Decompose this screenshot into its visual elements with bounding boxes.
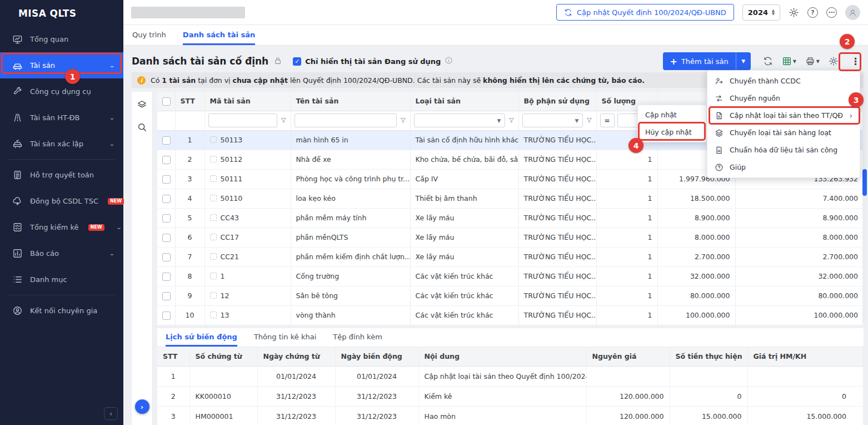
cell-content: Kiểm kê <box>418 386 586 406</box>
settings-button[interactable] <box>789 7 799 18</box>
row-checkbox[interactable] <box>162 136 171 145</box>
row-checkbox[interactable] <box>162 273 171 281</box>
table-settings-button[interactable] <box>829 56 839 66</box>
cell-doc-link[interactable]: KK000010 <box>189 386 257 406</box>
type-filter-select[interactable]: ▼ <box>414 113 505 127</box>
submenu-item-cap-nhat[interactable]: Cập nhật <box>638 106 706 123</box>
row-checkbox[interactable] <box>162 175 171 184</box>
menu-item-chuyen-thanh-ccdc[interactable]: Chuyển thành CCDC <box>707 72 860 90</box>
table-row[interactable]: 7 CC21 phần mềm kiểm định chất lượn... X… <box>157 247 864 266</box>
table-row[interactable]: 10 13 vòng thành Các vật kiến trúc khác … <box>157 305 864 325</box>
cell-stt: 10 <box>175 305 204 325</box>
history-header-row: STT Số chứng từ Ngày chứng từ Ngày biến … <box>157 347 864 366</box>
sidebar-item-ket-noi-chuyen-gia[interactable]: Kết nối chuyên gia <box>0 298 123 324</box>
menu-item-label: Chuyển thành CCDC <box>730 77 801 85</box>
column-header-name[interactable]: Tên tài sản <box>291 92 410 111</box>
warning-text-segment: Có <box>151 76 162 85</box>
help-icon[interactable]: ? <box>807 7 818 18</box>
row-checkbox[interactable] <box>162 292 171 300</box>
history-row[interactable]: 2 KK000010 31/12/2023 31/12/2023 Kiểm kê… <box>157 386 864 406</box>
add-asset-dropdown-button[interactable]: ▼ <box>736 52 751 70</box>
filter-icon[interactable] <box>586 117 593 124</box>
table-row[interactable]: 8 1 Cổng trường Các vật kiến trúc khác T… <box>157 266 864 286</box>
more-options-button[interactable]: ⋮ <box>847 56 864 67</box>
info-icon[interactable] <box>445 56 453 66</box>
menu-item-chuan-hoa-du-lieu[interactable]: Chuẩn hóa dữ liệu tài sản công <box>707 141 860 159</box>
update-decision-button[interactable]: Cập nhật Quyết định 100/2024/QĐ-UBND <box>556 4 734 21</box>
year-value: 2024 <box>748 8 768 17</box>
excel-export-button[interactable]: ▼ <box>782 56 796 66</box>
more-icon[interactable]: ⋯ <box>826 7 837 18</box>
column-header-dept[interactable]: Bộ phận sử dụng <box>518 92 596 111</box>
column-header-code[interactable]: Mã tài sản <box>204 92 291 111</box>
refresh-button[interactable] <box>763 56 773 66</box>
filter-icon[interactable] <box>400 117 407 124</box>
sidebar-item-tong-quan[interactable]: Tổng quan <box>0 26 123 52</box>
menu-item-giup[interactable]: Giúp <box>707 159 860 176</box>
chevron-down-icon: ▼ <box>741 58 745 64</box>
sidebar-collapse-button[interactable]: ‹ <box>104 407 118 420</box>
row-checkbox[interactable] <box>162 156 171 164</box>
submenu-item-huy-cap-nhat[interactable]: Hủy cập nhật <box>638 123 706 141</box>
column-header-type[interactable]: Loại tài sản <box>410 92 518 111</box>
tab-quy-trinh[interactable]: Quy trình <box>132 25 166 45</box>
sidebar-item-ho-tro-quyet-toan[interactable]: Hỗ trợ quyết toán <box>0 162 123 188</box>
menu-item-label: Chuyển loại tài sản hàng loạt <box>730 129 831 137</box>
spinner-arrows-icon[interactable]: ▲▼ <box>772 9 775 16</box>
cell-name: vòng thành <box>291 305 410 325</box>
table-row[interactable]: 5 CC43 phần mềm máy tính Xe lấy máu TRƯỜ… <box>157 208 864 228</box>
sidebar-item-cong-cu-dung-cu[interactable]: Công cụ dụng cụ <box>0 78 123 105</box>
expand-panel-button[interactable]: › <box>135 399 149 414</box>
search-icon[interactable] <box>137 122 147 132</box>
sidebar-item-bao-cao[interactable]: Báo cáo ⌄ <box>0 240 123 266</box>
table-row[interactable]: 9 12 Sân bê tông Các vật kiến trúc khác … <box>157 286 864 305</box>
name-filter-input[interactable] <box>295 113 397 127</box>
filter-icon[interactable] <box>280 117 287 124</box>
asset-code: 13 <box>221 311 230 319</box>
menu-item-chuyen-loai-hang-loat[interactable]: Chuyển loại tài sản hàng loạt <box>707 124 860 141</box>
history-row[interactable]: 1 01/01/2024 01/01/2024 Cập nhật loại tà… <box>157 366 864 386</box>
vertical-scrollbar[interactable] <box>862 92 867 325</box>
code-filter-input[interactable] <box>208 113 277 127</box>
layers-icon[interactable] <box>137 100 147 110</box>
sidebar-item-tong-kiem-ke[interactable]: Tổng kiểm kê NEW ⌄ <box>0 214 123 240</box>
row-checkbox[interactable] <box>162 195 171 203</box>
menu-item-chuyen-nguon[interactable]: Chuyển nguồn <box>707 90 860 107</box>
dept-filter-select[interactable]: ▼ <box>522 113 583 127</box>
avatar[interactable] <box>845 5 860 20</box>
sidebar-item-tai-san-xac-lap[interactable]: Tài sản xác lập ⌄ <box>0 131 123 157</box>
row-checkbox[interactable] <box>162 234 171 242</box>
tab-lich-su-bien-dong[interactable]: Lịch sử biến động <box>166 328 237 347</box>
menu-item-cap-nhat-loai-tai-san[interactable]: Cập nhật loại tài sản theo TT/QĐ › <box>707 107 860 124</box>
year-selector[interactable]: 2024 ▲▼ <box>742 4 780 21</box>
row-checkbox[interactable] <box>162 312 171 320</box>
sidebar-item-danh-muc[interactable]: Danh mục <box>0 266 123 293</box>
warning-text-segment: lên Quyết định 100/2024/QĐ-UBND. Các tài… <box>288 76 483 85</box>
tab-danh-sach-tai-san[interactable]: Danh sách tài sản <box>183 25 255 45</box>
qty-filter-operator[interactable]: = <box>600 113 615 127</box>
select-all-checkbox[interactable] <box>162 97 171 106</box>
expert-icon <box>12 305 23 316</box>
tab-thong-tin-ke-khai[interactable]: Thông tin kê khai <box>254 328 316 347</box>
history-row[interactable]: 3 HM000001 31/12/2023 31/12/2023 Hao mòn… <box>157 406 864 425</box>
cell-doc-link[interactable] <box>189 366 257 386</box>
gear-icon <box>789 7 799 18</box>
in-use-filter: ✓ Chỉ hiển thị tài sản Đang sử dụng <box>293 56 453 66</box>
scrollbar-thumb[interactable] <box>862 169 867 196</box>
tab-tep-dinh-kem[interactable]: Tệp đính kèm <box>333 328 382 347</box>
sidebar-item-tai-san-ht-db[interactable]: Tài sản HT-ĐB ⌄ <box>0 105 123 131</box>
sidebar-item-tai-san[interactable]: Tài sản ⌄ <box>0 52 123 78</box>
row-checkbox[interactable] <box>162 214 171 223</box>
in-use-checkbox[interactable]: ✓ <box>293 57 301 66</box>
print-button[interactable]: ▼ <box>805 56 820 66</box>
gear-icon <box>829 56 839 66</box>
add-asset-button[interactable]: + Thêm tài sản <box>663 52 736 70</box>
row-checkbox[interactable] <box>162 253 171 261</box>
table-row[interactable]: 6 CC17 phần mềnQLTS Xe lấy máu TRƯỜNG TI… <box>157 228 864 247</box>
filter-icon[interactable] <box>508 117 515 124</box>
table-row[interactable]: 4 50110 loa kẹo kéo Thiết bị âm thanh TR… <box>157 189 864 208</box>
sidebar-item-dong-bo-csdl-tsc[interactable]: Đồng bộ CSDL TSC NEW <box>0 188 123 214</box>
column-header-stt[interactable]: STT <box>175 92 204 111</box>
cell-doc-link[interactable]: HM000001 <box>189 406 257 425</box>
cell-amount <box>670 366 747 386</box>
